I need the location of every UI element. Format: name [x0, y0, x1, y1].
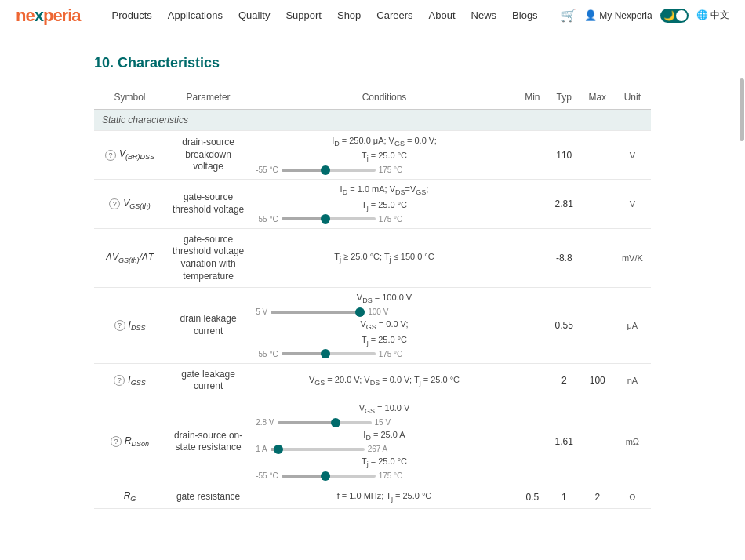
characteristics-table: Symbol Parameter Conditions Min Typ Max …	[94, 85, 651, 509]
nav-applications[interactable]: Applications	[168, 9, 223, 21]
slider-left-label: -55 °C	[256, 471, 278, 480]
max-value: 2	[581, 485, 614, 508]
slider-left-label: 5 V	[256, 307, 267, 316]
symbol-text: V(BR)DSS	[119, 148, 154, 161]
dark-mode-toggle[interactable]: 🌙	[660, 9, 689, 23]
parameter-text: gate-source threshold voltage variation …	[173, 234, 244, 282]
condition-line: Tj = 25.0 °C	[256, 151, 513, 162]
slider-thumb[interactable]	[355, 307, 365, 317]
table-row: ?RDSondrain-source on-state resistanceVG…	[94, 398, 651, 485]
slider-row[interactable]: 2.8 V 15 V	[256, 418, 513, 427]
max-value	[581, 131, 614, 180]
slider-row[interactable]: 5 V 100 V	[256, 307, 513, 316]
symbol-cell: ?VGS(th)	[94, 180, 165, 228]
slider-row[interactable]: -55 °C 175 °C	[256, 215, 513, 224]
slider-thumb[interactable]	[321, 349, 330, 358]
slider-right-label: 15 V	[375, 418, 391, 427]
typ-value: -8.8	[547, 228, 581, 287]
slider-track[interactable]	[282, 352, 376, 355]
min-value	[518, 288, 547, 364]
slider-track[interactable]	[282, 169, 376, 172]
max-value	[581, 180, 614, 228]
slider-row[interactable]: -55 °C 175 °C	[256, 350, 513, 358]
nav-links: Products Applications Quality Support Sh…	[112, 9, 561, 21]
symbol-cell: RG	[94, 485, 165, 508]
unit-value: mV/K	[614, 228, 651, 287]
unit-value: nA	[614, 363, 651, 398]
slider-fill	[282, 352, 325, 355]
parameter-text: gate leakage current	[181, 369, 235, 392]
help-icon[interactable]: ?	[111, 436, 122, 447]
scrollbar[interactable]	[739, 78, 745, 235]
max-value: 100	[581, 363, 614, 398]
symbol-cell: ?RDSon	[94, 398, 165, 485]
symbol-cell: ?IDSS	[94, 288, 165, 364]
slider-right-label: 175 °C	[379, 215, 403, 224]
parameter-cell: gate resistance	[165, 485, 251, 508]
col-symbol: Symbol	[94, 85, 165, 110]
slider-track[interactable]	[271, 311, 365, 314]
symbol-text: ΔVGS(th)/ΔT	[106, 252, 154, 264]
conditions-cell: VGS = 20.0 V; VDS = 0.0 V; Tj = 25.0 °C	[251, 363, 518, 398]
section-header-label: Static characteristics	[94, 110, 651, 131]
language-switcher[interactable]: 🌐 中文	[696, 9, 729, 22]
slider-thumb[interactable]	[321, 471, 330, 481]
condition-line: VGS = 10.0 V	[256, 403, 513, 415]
nav-support[interactable]: Support	[285, 9, 322, 21]
conditions-cell: f = 1.0 MHz; Tj = 25.0 °C	[251, 485, 518, 508]
table-header-row: Symbol Parameter Conditions Min Typ Max …	[94, 85, 651, 110]
my-nexperia-link[interactable]: 👤 My Nexperia	[584, 9, 652, 21]
slider-right-label: 175 °C	[379, 350, 403, 358]
table-row: ?IDSSdrain leakage currentVDS = 100.0 V …	[94, 288, 651, 364]
help-icon[interactable]: ?	[109, 198, 120, 209]
slider-fill	[271, 311, 360, 314]
slider-thumb[interactable]	[274, 445, 283, 454]
unit-value: mΩ	[614, 398, 651, 485]
conditions-block: VDS = 100.0 V 5 V 100 V VGS = 0.0 V;Tj =…	[256, 293, 513, 358]
slider-track[interactable]	[278, 421, 372, 424]
conditions-cell: ID = 1.0 mA; VDS=VGS;Tj = 25.0 °C -55 °C…	[251, 180, 518, 228]
slider-thumb[interactable]	[331, 418, 340, 427]
condition-line: Tj = 25.0 °C	[256, 200, 513, 212]
nav-news[interactable]: News	[471, 9, 497, 21]
help-icon[interactable]: ?	[105, 150, 116, 161]
table-row: ?VGS(th)gate-source threshold voltageID …	[94, 180, 651, 228]
col-min: Min	[518, 85, 547, 110]
slider-right-label: 100 V	[368, 307, 388, 316]
slider-row[interactable]: -55 °C 175 °C	[256, 471, 513, 480]
parameter-text: drain-source breakdown voltage	[182, 136, 234, 172]
slider-track[interactable]	[271, 448, 365, 451]
nav-careers[interactable]: Careers	[376, 9, 412, 21]
conditions-block: VGS = 10.0 V 2.8 V 15 V ID = 25.0 A 1 A …	[256, 403, 513, 481]
scrollbar-thumb[interactable]	[740, 78, 744, 141]
logo[interactable]: nexperia	[16, 5, 81, 26]
conditions-cell: Tj ≥ 25.0 °C; Tj ≤ 150.0 °C	[251, 228, 518, 287]
nav-shop[interactable]: Shop	[337, 9, 361, 21]
slider-row[interactable]: 1 A 267 A	[256, 445, 513, 453]
nav-blogs[interactable]: Blogs	[512, 9, 538, 21]
min-value: 0.5	[518, 485, 547, 508]
slider-left-label: -55 °C	[256, 215, 278, 224]
condition-line: Tj = 25.0 °C	[256, 335, 513, 347]
cart-icon[interactable]: 🛒	[561, 8, 576, 23]
slider-thumb[interactable]	[321, 214, 330, 224]
condition-line: f = 1.0 MHz; Tj = 25.0 °C	[256, 491, 513, 503]
nav-quality[interactable]: Quality	[238, 9, 270, 21]
parameter-cell: gate-source threshold voltage variation …	[165, 228, 251, 287]
slider-track[interactable]	[282, 475, 376, 478]
slider-right-label: 267 A	[368, 445, 388, 453]
help-icon[interactable]: ?	[114, 320, 125, 331]
slider-left-label: -55 °C	[256, 165, 278, 174]
conditions-block: Tj ≥ 25.0 °C; Tj ≤ 150.0 °C	[256, 252, 513, 264]
nav-products[interactable]: Products	[112, 9, 152, 21]
slider-thumb[interactable]	[321, 165, 330, 175]
nav-about[interactable]: About	[429, 9, 456, 21]
conditions-cell: ID = 250.0 μA; VGS = 0.0 V;Tj = 25.0 °C …	[251, 131, 518, 180]
help-icon[interactable]: ?	[114, 375, 125, 386]
parameter-cell: gate-source threshold voltage	[165, 180, 251, 228]
slider-track[interactable]	[282, 217, 376, 220]
col-typ: Typ	[547, 85, 581, 110]
slider-row[interactable]: -55 °C 175 °C	[256, 165, 513, 174]
table-row: ?IGSSgate leakage currentVGS = 20.0 V; V…	[94, 363, 651, 398]
symbol-cell: ?V(BR)DSS	[94, 131, 165, 180]
